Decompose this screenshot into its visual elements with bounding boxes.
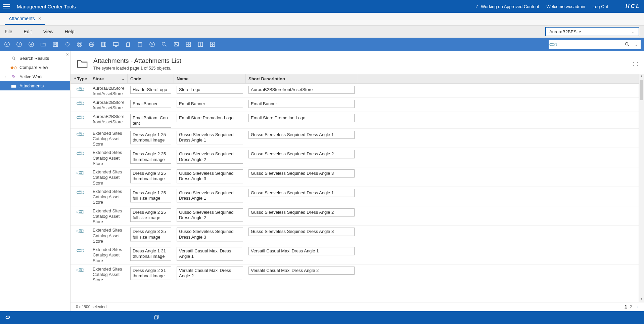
row-desc-input[interactable]: Gusso Sleeveless Sequined Dress Angle 3 [248,228,355,236]
page-1[interactable]: 1 [625,305,627,309]
row-name-input[interactable]: Gusso Sleeveless Sequined Dress Angle 2 [177,208,243,222]
save-icon[interactable] [52,41,59,48]
monitor-icon[interactable] [112,41,120,48]
search-icon[interactable] [622,42,632,47]
col-header-desc[interactable]: Short Description [246,74,357,83]
row-desc-input[interactable]: Versatil Casual Maxi Dress Angle 2 [248,267,355,275]
link-icon[interactable] [4,314,11,321]
open-icon[interactable] [40,41,47,48]
copy-icon[interactable] [124,41,132,48]
scroll-down-icon[interactable]: ▾ [639,297,644,302]
row-desc-input[interactable]: Email Banner [248,100,355,108]
table-row[interactable]: 📎Extended Sites Catalog Asset StoreDress… [71,265,644,284]
row-name-input[interactable]: Versatil Casual Maxi Dress Angle 1 [177,247,243,261]
menu-edit[interactable]: Edit [24,29,32,34]
row-code-input[interactable]: Dress Angle 2 25 thumbnail image [130,150,171,164]
row-code-input[interactable]: EmailBottom_Content [130,114,171,128]
back-icon[interactable] [3,41,11,48]
export-icon[interactable] [209,41,216,48]
grid-icon[interactable] [185,41,192,48]
row-name-input[interactable]: Store Logo [177,86,243,94]
row-code-input[interactable]: Dress Angle 1 25 full size image [130,189,171,203]
table-row[interactable]: 📎AuroraB2BStorefrontAssetStoreEmailBotto… [71,112,644,129]
menu-view[interactable]: View [43,29,53,34]
row-desc-input[interactable]: Gusso Sleeveless Sequined Dress Angle 3 [248,169,355,177]
globe-icon[interactable] [88,41,95,48]
logout-link[interactable]: Log Out [593,4,608,9]
row-code-input[interactable]: Dress Angle 2 31 thumbnail image [130,267,171,280]
svg-point-27 [625,42,628,45]
row-desc-input[interactable]: Versatil Casual Maxi Dress Angle 1 [248,247,355,255]
row-name-input[interactable]: Gusso Sleeveless Sequined Dress Angle 3 [177,169,243,183]
row-desc-input[interactable]: AuroraB2BStorefrontAssetStore [248,86,355,94]
row-name-input[interactable]: Gusso Sleeveless Sequined Dress Angle 2 [177,150,243,164]
table-row[interactable]: 📎Extended Sites Catalog Asset StoreDress… [71,245,644,265]
image-icon[interactable] [173,41,180,48]
table-row[interactable]: 📎Extended Sites Catalog Asset StoreDress… [71,167,644,187]
hamburger-icon[interactable] [3,3,10,9]
zoom-icon[interactable] [160,41,168,48]
scroll-thumb[interactable] [640,80,643,100]
scroll-up-icon[interactable]: ▴ [639,74,644,79]
row-desc-input[interactable]: Gusso Sleeveless Sequined Dress Angle 2 [248,150,355,158]
search-dropdown-icon[interactable]: ⌄ [632,42,641,47]
table-row[interactable]: 📎Extended Sites Catalog Asset StoreDress… [71,187,644,206]
row-name-input[interactable]: Email Store Promotion Logo [177,114,243,122]
split-icon[interactable] [197,41,204,48]
row-name-input[interactable]: Gusso Sleeveless Sequined Dress Angle 1 [177,131,243,145]
columns-icon[interactable] [100,41,107,48]
row-code-input[interactable]: Dress Angle 3 25 full size image [130,228,171,241]
table-row[interactable]: 📎AuroraB2BStorefrontAssetStoreEmailBanne… [71,98,644,112]
table-row[interactable]: 📎AuroraB2BStorefrontAssetStoreHeaderStor… [71,84,644,98]
row-name-input[interactable]: Email Banner [177,100,243,108]
stop-icon[interactable] [76,41,83,48]
expand-icon[interactable]: ⛶ [633,61,638,67]
table-row[interactable]: 📎Extended Sites Catalog Asset StoreDress… [71,226,644,245]
row-desc-input[interactable]: Gusso Sleeveless Sequined Dress Angle 1 [248,131,355,139]
sidebar-item-active-work[interactable]: ›✎Active Work [0,72,70,81]
vertical-scrollbar[interactable]: ▴ ▾ [639,74,644,302]
menu-help[interactable]: Help [65,29,75,34]
svg-rect-3 [53,42,58,47]
search-input[interactable] [558,40,622,49]
col-header-code[interactable]: Code [128,74,174,83]
row-desc-input[interactable]: Email Store Promotion Logo [248,114,355,122]
row-code-input[interactable]: EmailBanner [130,100,171,108]
row-name-input[interactable]: Gusso Sleeveless Sequined Dress Angle 3 [177,228,243,241]
restore-window-icon[interactable] [152,314,160,321]
close-sidebar-icon[interactable]: × [66,52,69,57]
svg-rect-11 [105,42,106,47]
store-selector[interactable]: AuroraB2BESite ⌄ [545,27,639,36]
sidebar-item-compare-view[interactable]: ◆◇Compare View [0,63,70,72]
table-row[interactable]: 📎Extended Sites Catalog Asset StoreDress… [71,129,644,148]
forward-icon[interactable] [15,41,23,48]
table-row[interactable]: 📎Extended Sites Catalog Asset StoreDress… [71,206,644,226]
tab-attachments[interactable]: Attachments × [5,13,45,25]
row-code-input[interactable]: Dress Angle 2 25 full size image [130,208,171,222]
row-desc-input[interactable]: Gusso Sleeveless Sequined Dress Angle 2 [248,208,355,216]
row-name-input[interactable]: Gusso Sleeveless Sequined Dress Angle 1 [177,189,243,203]
delete-icon[interactable] [148,41,156,48]
page-2[interactable]: 2 [630,305,632,309]
col-header-store[interactable]: Store ⌄ [90,74,128,83]
col-header-type[interactable]: * Type [71,74,90,83]
row-code-input[interactable]: Dress Angle 3 25 thumbnail image [130,169,171,183]
row-desc-input[interactable]: Gusso Sleeveless Sequined Dress Angle 1 [248,189,355,197]
selection-count: 0 of 500 selected [76,305,106,309]
row-code-input[interactable]: HeaderStoreLogo [130,86,171,94]
col-header-name[interactable]: Name [174,74,246,83]
close-icon[interactable]: × [38,16,41,21]
refresh-icon[interactable] [64,41,71,48]
row-code-input[interactable]: Dress Angle 1 31 thumbnail image [130,247,171,261]
attachment-icon[interactable]: 📎 [549,41,558,48]
add-icon[interactable] [28,41,35,48]
row-code-input[interactable]: Dress Angle 1 25 thumbnail image [130,131,171,145]
row-type-icon: 📎 [71,169,90,177]
menu-file[interactable]: File [5,29,12,34]
sidebar-item-attachments[interactable]: Attachments [0,81,70,90]
sidebar-item-search-results[interactable]: Search Results [0,54,70,63]
paste-icon[interactable] [136,41,144,48]
next-page-icon[interactable]: → [635,305,639,309]
table-row[interactable]: 📎Extended Sites Catalog Asset StoreDress… [71,148,644,167]
row-name-input[interactable]: Versatil Casual Maxi Dress Angle 2 [177,267,243,280]
